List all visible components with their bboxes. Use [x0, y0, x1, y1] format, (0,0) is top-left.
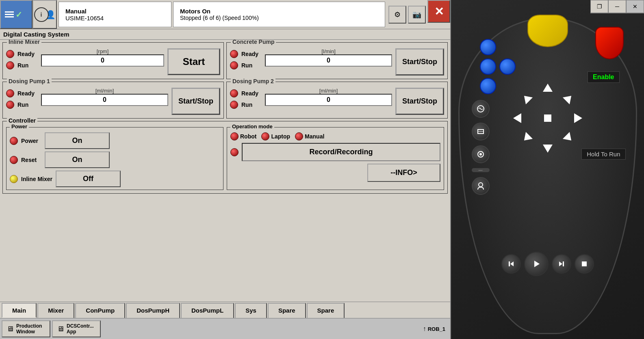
side-btn-4[interactable]: [472, 177, 490, 195]
stopped-status: Stopped (6 of 6) (Speed 100%): [180, 15, 378, 21]
reset-on-button[interactable]: On: [45, 151, 110, 168]
power-label: Power: [21, 138, 41, 144]
restore-window-button[interactable]: ❐: [590, 0, 608, 13]
info-icon: [34, 7, 49, 22]
tab-spare-6[interactable]: Spare: [268, 303, 306, 318]
blue-circle-4[interactable]: [480, 78, 496, 94]
side-btn-3[interactable]: [472, 145, 490, 163]
arrow-up-icon[interactable]: [543, 84, 553, 92]
skip-back-button[interactable]: [501, 254, 521, 274]
dosing-pump1-ready-row: Ready: [6, 89, 38, 97]
dosing-pump2-ready-row: Ready: [230, 89, 262, 97]
camera-icon-btn[interactable]: 📷: [408, 6, 426, 24]
arrow-right-icon[interactable]: [574, 113, 582, 123]
inline-mixer-panel: Inline Mixer Ready Run [rpm]: [2, 42, 224, 79]
production-label: ProductionWindow: [16, 323, 42, 335]
stop-button[interactable]: [575, 254, 594, 274]
dosing-pump2-status: Ready Run: [230, 88, 262, 109]
power-on-button[interactable]: On: [45, 132, 110, 149]
tabs-bar: MainMixerConPumpDosPumpHDosPumpLSysSpare…: [0, 302, 450, 318]
settings-icon-btn[interactable]: ⚙: [388, 6, 406, 24]
reset-label: Reset: [21, 157, 41, 163]
robot-indicator: [230, 132, 239, 140]
dosing-pump1-title: Dosing Pump 1: [7, 78, 52, 84]
dosing-pump1-run-label: Run: [17, 101, 38, 108]
close-button[interactable]: ✕: [427, 0, 450, 23]
center-square-icon[interactable]: [544, 114, 551, 122]
dosing-pump1-start-stop-button[interactable]: Start/Stop: [171, 88, 220, 115]
dcs-icon: 🖥: [57, 325, 64, 333]
power-title: Power: [10, 123, 29, 130]
concrete-pump-value-area: [l/min] 0: [265, 48, 392, 67]
rob-up-arrow: ↑: [423, 325, 426, 333]
taskbar-production[interactable]: 🖥 ProductionWindow: [2, 320, 50, 337]
tab-main-0[interactable]: Main: [2, 303, 37, 318]
blue-circle-1[interactable]: [480, 39, 496, 55]
concrete-pump-value: 0: [265, 54, 392, 67]
controller-grid: Power Power On Reset On: [6, 127, 444, 190]
arrow-ul-icon[interactable]: [517, 89, 532, 104]
inline-mixer-run-row: Run: [6, 61, 38, 69]
arrow-left-icon[interactable]: [513, 113, 521, 123]
power-indicator: [10, 137, 18, 145]
dosing-pump2-ready-label: Ready: [241, 90, 262, 97]
tab-spare-7[interactable]: Spare: [307, 303, 345, 318]
robot-label: Robot: [240, 133, 256, 140]
minimize-window-button[interactable]: ─: [608, 0, 626, 13]
dcs-label: DCSContr...App: [67, 323, 94, 335]
blue-circle-3[interactable]: [499, 58, 516, 75]
info-button[interactable]: 👤: [33, 0, 57, 29]
app-title-text: Digital Casting System: [3, 31, 69, 38]
inline-mixer-run-label: Run: [17, 62, 38, 69]
side-btn-2[interactable]: [472, 123, 490, 140]
inline-mixer-off-button[interactable]: Off: [56, 171, 121, 187]
controller-body: --- Enable Hold To Run: [458, 17, 637, 334]
header: ✓ 👤 Manual USIME-10654 Motors On Stopped…: [0, 0, 450, 29]
dosing-pump1-unit: [ml/min]: [41, 88, 168, 94]
tab-conpump-2[interactable]: ConPump: [75, 303, 125, 318]
manual-opmode: Manual: [295, 132, 324, 140]
top-pumps-row: Inline Mixer Ready Run [rpm]: [2, 42, 448, 79]
skip-forward-button[interactable]: [552, 254, 571, 274]
dosing-pump2-title: Dosing Pump 2: [231, 78, 275, 84]
svg-rect-10: [563, 261, 564, 266]
concrete-pump-start-stop-button[interactable]: Start/Stop: [395, 48, 444, 76]
arrow-ur-icon[interactable]: [562, 89, 578, 104]
dosing-pump1-run-row: Run: [6, 101, 38, 109]
red-button[interactable]: [595, 27, 624, 59]
arrow-dr-icon[interactable]: [562, 132, 578, 147]
close-window-button[interactable]: ✕: [626, 0, 644, 13]
record-button[interactable]: Record/Recording: [242, 143, 440, 161]
hold-to-run-label: Hold To Run: [581, 149, 625, 160]
concrete-pump-ready-row: Ready: [230, 50, 262, 58]
inline-mixer-status: Ready Run: [6, 48, 38, 69]
tab-dospumpl-4[interactable]: DosPumpL: [181, 303, 234, 318]
tab-dospumph-3[interactable]: DosPumpH: [126, 303, 180, 318]
play-button[interactable]: [524, 252, 549, 276]
power-section: Power Power On Reset On: [6, 127, 223, 190]
inline-mixer-unit: [rpm]: [41, 48, 164, 54]
blue-circle-2[interactable]: [480, 58, 496, 75]
svg-rect-7: [509, 261, 510, 266]
concrete-pump-title: Concrete Pump: [231, 40, 276, 45]
main-content: Inline Mixer Ready Run [rpm]: [0, 40, 450, 302]
tab-mixer-1[interactable]: Mixer: [37, 303, 74, 318]
menu-button[interactable]: ✓: [0, 0, 33, 29]
concrete-pump-ready-indicator: [230, 50, 238, 58]
side-btn-1[interactable]: [472, 100, 490, 118]
svg-marker-8: [534, 261, 540, 267]
laptop-label: Laptop: [271, 133, 290, 140]
concrete-pump-status: Ready Run: [230, 48, 262, 69]
taskbar-dcs[interactable]: 🖥 DCSContr...App: [52, 320, 101, 337]
dosing-pump2-start-stop-button[interactable]: Start/Stop: [395, 88, 444, 115]
inline-mixer-start-button[interactable]: Start: [167, 48, 220, 75]
enable-label: Enable: [588, 71, 619, 83]
dosing-pump1-run-indicator: [6, 101, 14, 109]
info-wide-button[interactable]: --INFO>: [367, 164, 440, 182]
inline-mixer-title: Inline Mixer: [7, 40, 41, 45]
arrow-down-icon[interactable]: [543, 145, 553, 153]
controller-section: Controller Power Power On Reset: [2, 121, 448, 194]
arrow-dl-icon[interactable]: [517, 132, 532, 147]
taskbar-rob: ↑ ROB_1: [420, 324, 449, 334]
tab-sys-5[interactable]: Sys: [235, 303, 267, 318]
